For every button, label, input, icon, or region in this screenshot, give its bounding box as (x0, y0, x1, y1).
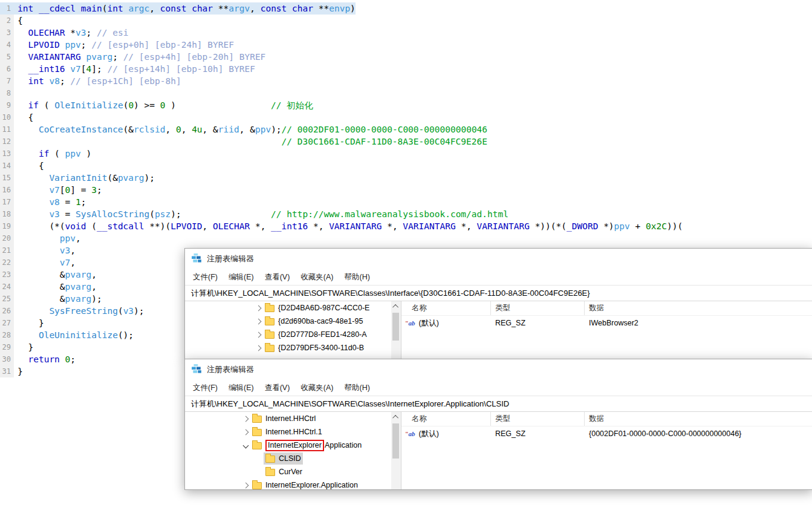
line-number: 12 (0, 135, 14, 148)
line-number: 1 (0, 2, 14, 15)
registry-value-pane[interactable]: 名称类型数据 "ab(默认)REG_SZIWebBrowser2 (401, 301, 812, 359)
scrollbar-thumb[interactable] (392, 313, 399, 341)
line-number: 22 (0, 256, 14, 269)
column-headers[interactable]: 名称类型数据 (401, 412, 812, 426)
value-data: IWebBrowser2 (585, 319, 638, 327)
line-number: 18 (0, 208, 14, 220)
chevron-right-icon[interactable] (253, 316, 263, 326)
line-number: 9 (0, 99, 14, 111)
line-number: 30 (0, 353, 14, 365)
menu-item[interactable]: 帮助(H) (339, 383, 375, 393)
line-number: 11 (0, 123, 14, 135)
tree-item-label: Internet.HHCtrl.1 (265, 428, 322, 436)
registry-tree-pane[interactable]: Internet.HHCtrlInternet.HHCtrl.1Internet… (185, 412, 391, 489)
tree-item-label: {D2D79DF5-3400-11d0-B (278, 344, 364, 352)
menu-item[interactable]: 收藏夹(A) (295, 272, 339, 282)
column-header[interactable]: 类型 (491, 412, 585, 426)
chevron-right-icon[interactable] (253, 343, 263, 353)
menu-item[interactable]: 编辑(E) (223, 272, 259, 282)
code-line: 31} (0, 365, 23, 377)
line-number: 21 (0, 244, 14, 256)
menu-item[interactable]: 帮助(H) (339, 272, 375, 282)
registry-window-clsid[interactable]: 注册表编辑器 文件(F)编辑(E)查看(V)收藏夹(A)帮助(H) 计算机\HK… (184, 359, 812, 490)
address-bar[interactable]: 计算机\HKEY_LOCAL_MACHINE\SOFTWARE\Classes\… (185, 285, 812, 301)
column-header[interactable]: 数据 (585, 412, 812, 426)
tree-item[interactable]: {d2d690ba-cac9-48e1-95 (185, 315, 391, 328)
code-line: 28 OleUninitialize(); (0, 329, 134, 341)
column-header[interactable]: 名称 (401, 301, 491, 315)
chevron-right-icon[interactable] (241, 480, 250, 489)
code-line: 18 v3 = SysAllocString(psz); // http://w… (0, 208, 508, 220)
tree-item-label: CurVer (279, 468, 302, 476)
code-line: 3 OLECHAR *v3; // esi (0, 27, 128, 39)
code-line: 21 v3, (0, 244, 76, 256)
code-line: 23 &pvarg, (0, 269, 97, 281)
column-headers[interactable]: 名称类型数据 (401, 301, 812, 316)
code-line: 4 LPVOID ppv; // [esp+0h] [ebp-24h] BYRE… (0, 39, 234, 51)
folder-icon (265, 345, 274, 352)
tree-item[interactable]: CurVer (185, 465, 391, 478)
registry-window-interface[interactable]: 注册表编辑器 文件(F)编辑(E)查看(V)收藏夹(A)帮助(H) 计算机\HK… (184, 248, 812, 359)
menu-item[interactable]: 文件(F) (187, 272, 223, 282)
line-number: 3 (0, 27, 14, 39)
menu-item[interactable]: 收藏夹(A) (295, 383, 339, 393)
code-line: 15 VariantInit(&pvarg); (0, 172, 155, 184)
code-line: 19 (*(void (__stdcall **)(LPVOID, OLECHA… (0, 220, 683, 232)
registry-value-pane[interactable]: 名称类型数据 "ab(默认)REG_SZ{0002DF01-0000-0000-… (401, 412, 812, 489)
tree-item[interactable]: {D2D777D8-FED1-4280-A (185, 328, 391, 341)
line-number: 29 (0, 341, 14, 353)
scroll-up-icon[interactable] (391, 301, 401, 312)
menu-item[interactable]: 查看(V) (259, 272, 296, 282)
column-header[interactable]: 类型 (491, 301, 585, 315)
menu-item[interactable]: 查看(V) (259, 383, 296, 393)
tree-item[interactable]: {D2D79DF5-3400-11d0-B (185, 341, 391, 354)
reg-sz-icon: "ab (405, 431, 415, 437)
code-line: 11 CoCreateInstance(&rclsid, 0, 4u, &rii… (0, 123, 487, 135)
tree-item[interactable]: Internet.HHCtrl.1 (185, 425, 391, 439)
titlebar[interactable]: 注册表编辑器 (185, 359, 812, 380)
chevron-right-icon[interactable] (253, 303, 263, 313)
column-header[interactable]: 名称 (401, 412, 491, 426)
screen: 1int __cdecl main(int argc, const char *… (0, 0, 812, 519)
registry-tree-pane[interactable]: {D2D4BA6D-987C-4CC0-E{d2d690ba-cac9-48e1… (185, 301, 391, 359)
tree-scrollbar[interactable] (391, 412, 401, 489)
code-line: 20 ppv, (0, 232, 81, 244)
chevron-down-icon[interactable] (241, 440, 250, 450)
tree-item[interactable]: InternetExplorerApplication (185, 439, 391, 452)
tree-item[interactable]: {D2D4BA6D-987C-4CC0-E (185, 301, 391, 315)
tree-scrollbar[interactable] (391, 301, 401, 359)
scrollbar-thumb[interactable] (392, 423, 399, 459)
address-text: 计算机\HKEY_LOCAL_MACHINE\SOFTWARE\Classes\… (191, 399, 509, 410)
code-line: 25 &pvarg); (0, 293, 102, 305)
chevron-placeholder (254, 454, 264, 463)
code-line: 6 __int16 v7[4]; // [esp+14h] [ebp-10h] … (0, 63, 255, 75)
line-number: 7 (0, 75, 14, 87)
folder-icon (265, 318, 274, 325)
code-line: 5 VARIANTARG pvarg; // [esp+4h] [ebp-20h… (0, 51, 265, 63)
scroll-up-icon[interactable] (391, 412, 401, 422)
folder-icon (252, 429, 262, 436)
address-bar[interactable]: 计算机\HKEY_LOCAL_MACHINE\SOFTWARE\Classes\… (185, 396, 812, 412)
code-line: 26 SysFreeString(v3); (0, 305, 145, 317)
column-header[interactable]: 数据 (585, 301, 812, 315)
chevron-right-icon[interactable] (253, 330, 263, 339)
value-rows: "ab(默认)REG_SZIWebBrowser2 (401, 316, 812, 330)
registry-value-row[interactable]: "ab(默认)REG_SZ{0002DF01-0000-0000-C000-00… (401, 426, 812, 441)
code-line: 27 } (0, 317, 44, 329)
menu-item[interactable]: 文件(F) (187, 383, 223, 393)
line-number: 27 (0, 317, 14, 329)
tree-item[interactable]: Internet.HHCtrl (185, 412, 391, 425)
tree-item[interactable]: InternetExplorer.Application (185, 478, 391, 489)
line-number: 8 (0, 87, 14, 99)
menu-item[interactable]: 编辑(E) (223, 383, 259, 393)
line-number: 13 (0, 148, 14, 160)
value-type: REG_SZ (491, 319, 585, 327)
tree-item[interactable]: CLSID (185, 452, 391, 465)
value-name: (默认) (419, 318, 439, 328)
chevron-right-icon[interactable] (241, 414, 250, 423)
chevron-right-icon[interactable] (241, 427, 250, 437)
line-number: 5 (0, 51, 14, 63)
registry-value-row[interactable]: "ab(默认)REG_SZIWebBrowser2 (401, 316, 812, 330)
address-text: 计算机\HKEY_LOCAL_MACHINE\SOFTWARE\Classes\… (191, 288, 590, 299)
titlebar[interactable]: 注册表编辑器 (185, 249, 812, 269)
